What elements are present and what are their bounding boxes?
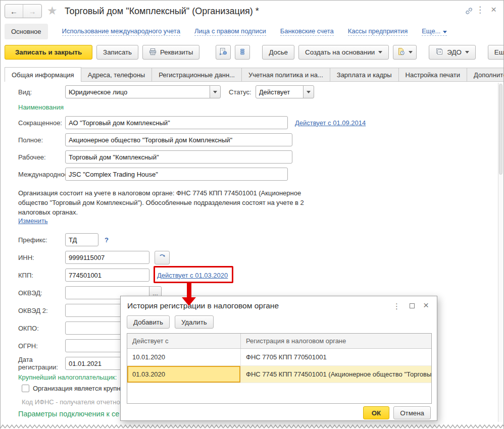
edo-icon [435,47,443,57]
delete-button[interactable]: Удалить [175,315,214,329]
cell-registration[interactable]: ФНС 7705 КПП 770501001 [241,349,431,365]
organization-form-window: ← → ★ Торговый дом "Комплексный" (Органи… [0,0,504,429]
create-based-on-label: Создать на основании [305,48,375,56]
cell-date[interactable]: 10.01.2020 [127,349,241,365]
prefix-label: Префикс: [18,236,65,244]
cell-date[interactable]: 01.03.2020 [127,366,241,383]
nav-link-bank-accounts[interactable]: Банковские счета [280,27,334,36]
chevron-down-icon [409,51,413,53]
tab-print-settings[interactable]: Настройка печати [399,68,467,82]
prefix-help-icon[interactable]: ? [105,236,109,244]
kpp-input[interactable] [65,269,149,282]
fill-by-inn-button[interactable] [155,251,170,264]
requisites-button[interactable]: Реквизиты [142,45,199,60]
database-stack-icon [239,48,246,57]
back-button[interactable]: ← [5,5,23,18]
more-label: Еще [494,48,504,56]
chevron-down-icon [378,51,382,53]
forward-button[interactable]: → [23,5,41,18]
registration-date-label: Дата регистрации: [18,356,65,371]
short-name-label: Сокращенное: [18,119,65,127]
working-name-label: Рабочее: [18,153,65,161]
save-button[interactable]: Записать [96,45,138,60]
toolbar: Записать и закрыть Записать Реквизиты До… [5,45,504,60]
prefix-input[interactable] [65,233,98,246]
tab-registration-data[interactable]: Регистрационные данн... [152,68,242,82]
dialog-toolbar: Добавить Удалить [127,315,214,329]
more-button[interactable]: Еще [488,45,504,60]
dossier-button[interactable]: Досье [262,45,294,60]
save-and-close-button[interactable]: Записать и закрыть [5,45,92,60]
tab-accounting-policy[interactable]: Учетная политика и на... [242,68,330,82]
document-database-icon [219,47,227,57]
tab-general-info[interactable]: Общая информация [5,67,81,82]
vertical-scrollbar[interactable] [498,83,503,422]
close-icon[interactable]: × [491,5,496,14]
scheduled-docs-button[interactable] [393,45,417,60]
chevron-down-icon [213,91,217,93]
scrollbar-thumb[interactable] [499,84,502,175]
table-row-selected[interactable]: 01.03.2020 ФНС 7745 КПП 774501001 (Акцио… [127,366,431,383]
status-combo[interactable] [256,85,304,98]
kpp-history-link[interactable]: Действует с 01.03.2020 [157,272,228,279]
nav-item-main[interactable]: Основное [5,24,48,39]
tab-addresses[interactable]: Адреса, телефоны [81,68,153,82]
chevron-down-icon [443,31,447,33]
edo-button[interactable]: ЭДО [429,45,476,60]
chevron-down-icon [307,91,311,93]
form-tabs: Общая информация Адреса, телефоны Регист… [5,67,504,82]
okved2-label: ОКВЭД 2: [18,307,65,314]
history-dialog: История регистрации в налоговом органе ⋮… [120,296,437,421]
change-link[interactable]: Изменить [18,217,48,225]
kpp-label: КПП: [18,272,65,279]
intl-name-input[interactable] [65,168,288,181]
link-icon[interactable] [465,7,473,17]
vid-label: Вид: [18,88,65,96]
inn-input[interactable] [65,251,149,264]
add-button[interactable]: Добавить [127,315,170,329]
column-header-registration[interactable]: Регистрация в налоговом органе [241,334,431,348]
short-name-input[interactable] [65,116,288,129]
command-nav: Основное Использование международного уч… [5,24,447,39]
vid-combo[interactable] [65,85,210,98]
full-name-label: Полное: [18,136,65,144]
cell-registration[interactable]: ФНС 7745 КПП 774501001 (Акционерное обще… [241,366,431,383]
history-table: Действует с Регистрация в налоговом орга… [127,333,432,404]
ok-button[interactable]: ОК [363,406,390,419]
database-list-button[interactable] [235,45,250,60]
nav-link-cash-desks[interactable]: Кассы предприятия [348,27,408,36]
printer-icon [149,48,157,57]
ifns-code-label: Код ИФНС - получателя отчетно [22,398,120,406]
dialog-menu-icon[interactable]: ⋮ [393,302,400,311]
window-menu-icon[interactable]: ⋮ [476,6,484,14]
dialog-close-icon[interactable]: × [423,300,429,311]
status-dropdown-button[interactable] [303,85,314,98]
edo-label: ЭДО [447,48,462,56]
full-name-input[interactable] [65,133,292,146]
okved-label: ОКВЭД: [18,289,65,297]
largest-taxpayer-checkbox[interactable] [22,385,29,392]
tab-payroll-hr[interactable]: Зарплата и кадры [330,68,399,82]
nav-link-more[interactable]: Еще... [422,27,447,36]
cancel-button[interactable]: Отмена [393,406,431,419]
tab-additional[interactable]: Дополнительно [467,68,504,82]
maximize-icon[interactable] [410,303,415,308]
tax-registration-info: Организация состоит на учете в налоговом… [18,188,327,217]
connection-params-header: Параметры подключения к се [18,410,119,418]
create-based-on-button[interactable]: Создать на основании [298,45,389,60]
inn-label: ИНН: [18,254,65,261]
table-row[interactable]: 10.01.2020 ФНС 7705 КПП 770501001 [127,349,431,366]
nav-link-international-accounting[interactable]: Использование международного учета [62,27,180,36]
load-from-db-button[interactable] [216,45,231,60]
column-header-date[interactable]: Действует с [127,334,241,348]
favorite-star-icon[interactable]: ★ [47,4,58,18]
status-label: Статус: [229,88,251,96]
torn-edge-decoration [1,423,504,429]
nav-more-label: Еще... [422,27,440,35]
table-header-row: Действует с Регистрация в налоговом орга… [127,334,431,349]
short-name-history-link[interactable]: Действует с 01.09.2014 [295,119,366,127]
vid-dropdown-button[interactable] [210,85,221,98]
intl-name-label: Международное: [18,171,65,178]
nav-link-signatories[interactable]: Лица с правом подписи [194,27,266,36]
working-name-input[interactable] [65,150,292,164]
